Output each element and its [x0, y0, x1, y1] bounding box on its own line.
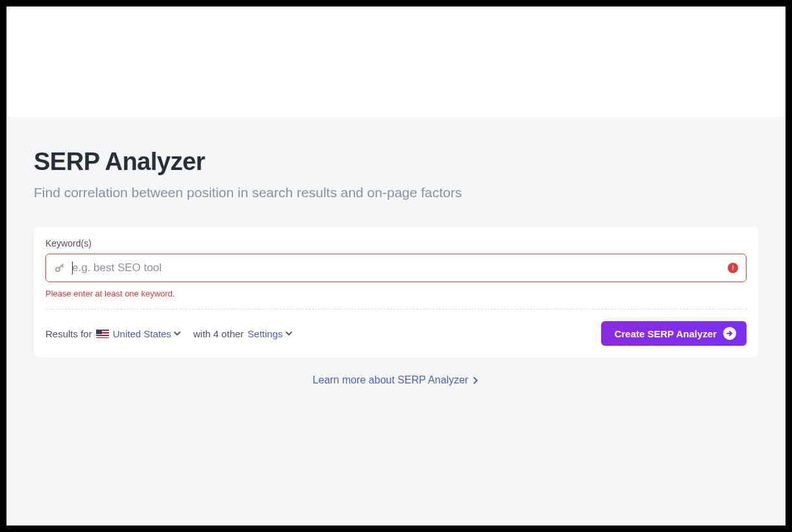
create-button-label: Create SERP Analyzer	[614, 328, 717, 339]
settings-label: Settings	[247, 328, 282, 339]
page-subtitle: Find correlation between position in sea…	[34, 185, 758, 200]
country-name: United States	[113, 328, 171, 339]
key-icon	[54, 262, 66, 274]
chevron-down-icon	[286, 330, 292, 337]
results-for-label: Results for	[45, 328, 92, 339]
with-text: with 4 other	[193, 328, 244, 339]
chevron-right-icon	[472, 377, 479, 384]
keyword-input-wrap[interactable]: !	[45, 254, 747, 282]
search-card: Keyword(s) ! Please enter at least one k…	[34, 226, 758, 357]
us-flag-icon	[96, 330, 109, 338]
settings-dropdown[interactable]: Settings	[247, 328, 291, 339]
svg-line-2	[62, 265, 63, 267]
arrow-right-circle-icon	[723, 327, 736, 340]
chevron-down-icon	[174, 330, 180, 337]
keyword-label: Keyword(s)	[45, 238, 747, 248]
error-message: Please enter at least one keyword.	[45, 289, 747, 298]
settings-row: Results for United States with 4 other S…	[45, 328, 292, 339]
learn-more-label: Learn more about SERP Analyzer	[313, 374, 469, 386]
country-dropdown[interactable]: United States	[96, 328, 180, 339]
page-title: SERP Analyzer	[34, 148, 758, 176]
text-cursor	[72, 261, 73, 274]
keyword-input[interactable]	[72, 261, 721, 274]
error-icon: !	[728, 263, 738, 273]
divider	[45, 309, 747, 309]
learn-more-link[interactable]: Learn more about SERP Analyzer	[313, 374, 480, 386]
create-serp-analyzer-button[interactable]: Create SERP Analyzer	[601, 321, 747, 346]
